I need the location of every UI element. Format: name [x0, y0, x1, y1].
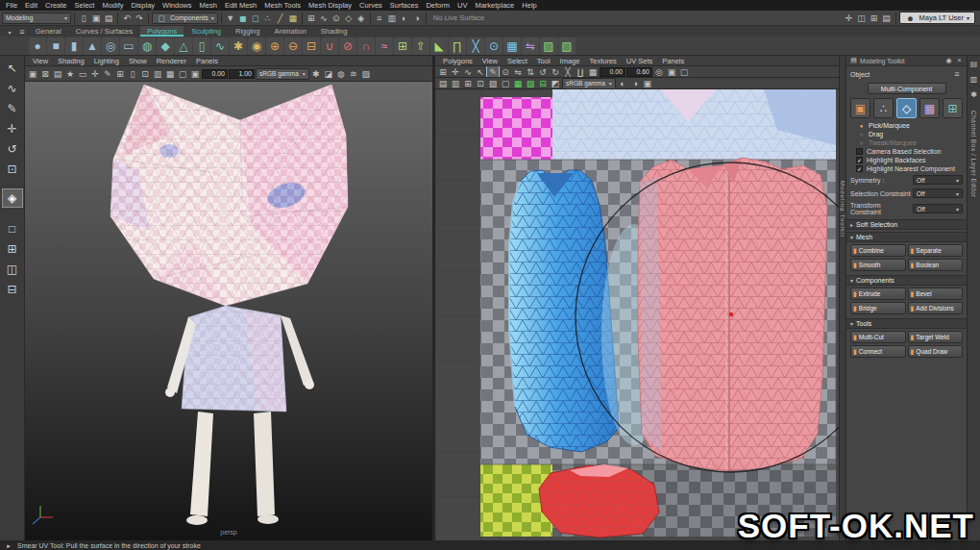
pixel-snap-icon[interactable]: ⊡	[475, 78, 486, 89]
menu-item-mesh[interactable]: Mesh	[196, 1, 221, 10]
shadows-icon[interactable]: ◪	[323, 68, 334, 80]
shelf-menu-icon[interactable]	[4, 26, 15, 38]
shelf-tab-polygons[interactable]: Polygons	[140, 26, 184, 37]
menu-item-windows[interactable]: Windows	[159, 1, 195, 10]
menu-item-mesh-display[interactable]: Mesh Display	[305, 1, 355, 10]
menu-item-uv[interactable]: UV	[453, 1, 471, 10]
shelf-tab-animation[interactable]: Animation	[267, 26, 312, 37]
multi-cut-button[interactable]: ▮Multi-Cut	[850, 331, 906, 343]
smear-uv-tool-icon[interactable]: ✎	[487, 66, 499, 78]
shelf-tab-general[interactable]: General	[29, 26, 68, 37]
poly-cylinder-icon[interactable]: ▮	[65, 38, 83, 55]
uv-gamma-mode-dropdown[interactable]: sRGB gamma	[562, 78, 616, 89]
shelf-tab-rigging[interactable]: Rigging	[229, 26, 266, 37]
menu-item-edit-mesh[interactable]: Edit Mesh	[221, 1, 260, 10]
lock-camera-icon[interactable]: ⊠	[39, 68, 51, 80]
toolkit-close-icon[interactable]	[955, 55, 964, 66]
poly-helix-icon[interactable]: ∿	[211, 38, 229, 55]
poly-cube-icon[interactable]: ■	[47, 38, 64, 55]
pin-uv-icon[interactable]: ⊙	[500, 66, 511, 78]
exposure-field[interactable]	[202, 69, 228, 79]
select-component-icon[interactable]: ◻	[250, 12, 261, 24]
lighting-icon[interactable]: ✱	[310, 68, 322, 80]
multi-component-mode-icon[interactable]: ▣	[850, 98, 870, 118]
toolkit-pin-icon[interactable]	[944, 55, 953, 66]
edge-mode-icon[interactable]: ◇	[896, 98, 917, 118]
uv-snapshot-icon[interactable]: ▧	[558, 38, 576, 55]
menu-item-display[interactable]: Display	[128, 1, 159, 10]
texture-borders-icon[interactable]: ▢	[500, 78, 511, 89]
gamma-icon[interactable]: ◑	[629, 78, 641, 89]
add-divisions-button[interactable]: ▮Add Divisions	[908, 302, 964, 314]
boolean-difference-icon[interactable]: ⊘	[339, 38, 356, 55]
select-tool-icon[interactable]: ↖	[3, 60, 22, 77]
live-surface-label[interactable]: No Live Surface	[433, 13, 484, 22]
sew-uv-icon[interactable]: ∐	[575, 66, 586, 78]
user-account-button[interactable]: Maya LT User	[899, 12, 975, 24]
tweak-uv-icon[interactable]: ↖	[475, 66, 486, 78]
save-scene-icon[interactable]: ▤	[103, 12, 114, 24]
vp-menu-item-shading[interactable]: Shading	[53, 57, 89, 65]
poly-gear-icon[interactable]: ✱	[230, 38, 247, 55]
shelf-tab-curves-surfaces[interactable]: Curves / Surfaces	[69, 26, 140, 37]
distortion-icon[interactable]: ▨	[525, 78, 536, 89]
multi-cut-icon[interactable]: ╳	[467, 38, 484, 55]
poly-plane-icon[interactable]: ▭	[120, 38, 137, 55]
menu-item-mesh-tools[interactable]: Mesh Tools	[260, 1, 305, 10]
two-pane-layout-icon[interactable]: ◫	[3, 261, 22, 278]
smooth-icon[interactable]: ≈	[376, 38, 393, 55]
pan-zoom-icon[interactable]: ✛	[89, 68, 101, 80]
normalize-uv-icon[interactable]: ▣	[666, 66, 677, 78]
display-image-icon[interactable]: ▤	[437, 78, 449, 89]
uv-lattice-tool-icon[interactable]: ⊞	[437, 66, 449, 78]
exposure-icon[interactable]: ◐	[617, 78, 628, 89]
boolean-union-icon[interactable]: ∪	[321, 38, 338, 55]
select-shortest-path-icon[interactable]: ∿	[462, 66, 474, 78]
poly-platonic-icon[interactable]: ◆	[157, 38, 174, 55]
image-plane-icon[interactable]: ▭	[77, 68, 88, 80]
ambient-occlusion-icon[interactable]: ◍	[335, 68, 347, 80]
vp-menu-item-renderer[interactable]: Renderer	[152, 57, 191, 65]
persp-outliner-layout-icon[interactable]: ⊟	[3, 281, 22, 298]
current-tool-button[interactable]: ◈	[3, 189, 22, 207]
snap-grid-icon[interactable]: ⊞	[306, 12, 317, 24]
mask-points-icon[interactable]: ∴	[262, 12, 274, 24]
menu-item-create[interactable]: Create	[41, 1, 71, 10]
scale-tool-icon[interactable]: ⊡	[3, 161, 22, 178]
boolean-intersection-icon[interactable]: ∩	[357, 38, 375, 55]
separate-button[interactable]: ▮Separate	[908, 244, 964, 257]
channel-box-icon[interactable]: ▤	[968, 59, 980, 70]
menu-item-edit[interactable]: Edit	[21, 1, 41, 10]
gamma-mode-dropdown[interactable]: sRGB gamma	[256, 68, 309, 80]
poly-cone-icon[interactable]: ▲	[84, 38, 101, 55]
extrude-button[interactable]: ▮Extrude	[850, 288, 906, 300]
extrude-icon[interactable]: ⇧	[412, 38, 429, 55]
cut-uv-icon[interactable]: ╳	[562, 66, 574, 78]
safe-title-icon[interactable]: ▣	[189, 68, 201, 80]
quad-draw-icon[interactable]: ▦	[503, 38, 521, 55]
poly-sphere-icon[interactable]: ●	[29, 38, 46, 55]
make-live-icon[interactable]: ◈	[355, 12, 367, 24]
gamma-field[interactable]	[229, 69, 255, 79]
section-header-tools[interactable]: Tools	[846, 318, 967, 329]
render-frame-icon[interactable]: ◐	[399, 12, 410, 24]
menu-item-select[interactable]: Select	[71, 1, 99, 10]
redo-icon[interactable]: ↷	[134, 12, 145, 24]
combine-button[interactable]: ▮Combine	[850, 244, 906, 257]
panel-layout-icon[interactable]: ⊞	[869, 12, 880, 24]
row-value-dropdown[interactable]: Off	[913, 188, 963, 198]
menu-item-curves[interactable]: Curves	[355, 1, 386, 10]
vp-menu-item-textures[interactable]: Textures	[584, 57, 621, 65]
mask-lines-icon[interactable]: ╱	[275, 12, 286, 24]
tool-settings-icon[interactable]: ✱	[968, 89, 980, 101]
vp-menu-item-view[interactable]: View	[478, 57, 502, 65]
toolkit-menu-icon[interactable]	[849, 55, 858, 66]
grease-pencil-icon[interactable]: ✎	[102, 68, 113, 80]
safe-action-icon[interactable]: ▢	[177, 68, 188, 80]
show-manipulator-icon[interactable]: ✛	[844, 12, 855, 24]
snap-point-icon[interactable]: ⊙	[331, 12, 342, 24]
target-weld-icon[interactable]: ⊙	[485, 38, 502, 55]
snap-uv-icon[interactable]: ◎	[653, 66, 665, 78]
smooth-button[interactable]: ▮Smooth	[850, 259, 906, 271]
four-pane-layout-icon[interactable]: ⊞	[3, 240, 22, 258]
